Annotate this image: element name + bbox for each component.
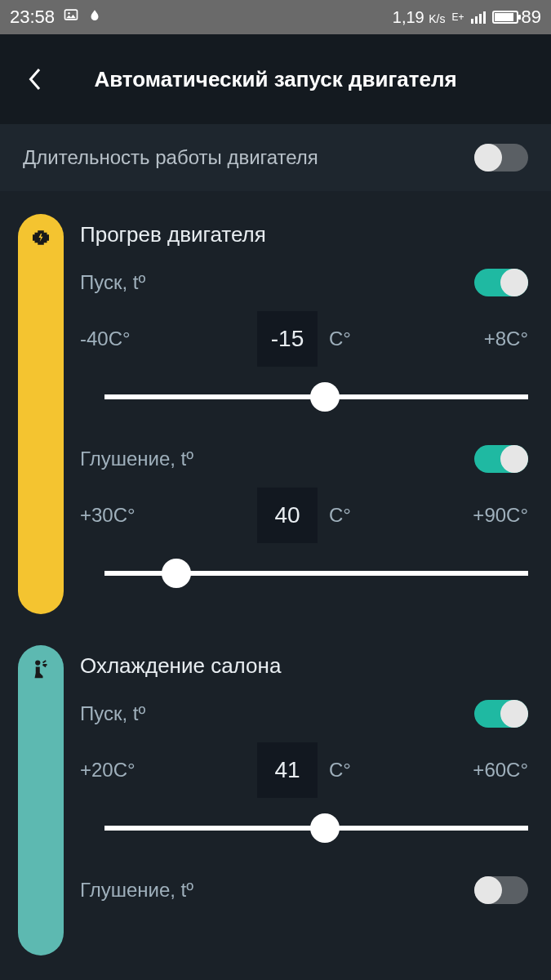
section-warmup: Прогрев двигателя Пуск, tº -40C° -15 C° … xyxy=(0,206,551,622)
cooling-start-slider[interactable] xyxy=(104,809,528,847)
network-speed: 1,19 K/s xyxy=(393,8,446,27)
slider-thumb xyxy=(162,559,191,588)
warmup-stop-value: 40 xyxy=(257,488,318,543)
status-right: 1,19 K/s E+ 89 xyxy=(393,7,541,28)
engine-duration-row: Длительность работы двигателя xyxy=(0,124,551,191)
signal-icon xyxy=(471,11,486,24)
image-icon xyxy=(63,7,79,28)
slider-thumb xyxy=(310,382,340,412)
warmup-start-unit: C° xyxy=(329,327,351,350)
seat-cool-icon xyxy=(29,657,53,956)
warmup-stop-toggle[interactable] xyxy=(474,445,528,473)
battery-icon xyxy=(492,11,518,24)
warmup-stop-max: +90C° xyxy=(460,504,528,527)
cooling-stop-row: Глушение, tº xyxy=(80,868,528,924)
warmup-start-value: -15 xyxy=(257,311,318,367)
cooling-stop-label: Глушение, tº xyxy=(80,879,193,902)
warmup-start-min: -40C° xyxy=(80,327,149,350)
engine-duration-label: Длительность работы двигателя xyxy=(23,146,318,169)
app-header: Автоматический запуск двигателя xyxy=(0,34,551,124)
cooling-start-min: +20C° xyxy=(80,759,149,782)
battery-indicator: 89 xyxy=(492,7,541,28)
warmup-start-slider[interactable] xyxy=(104,378,528,416)
warmup-start-toggle[interactable] xyxy=(474,269,528,296)
warmup-start-row: Пуск, tº -40C° -15 C° +8C° xyxy=(80,261,528,437)
cooling-title: Охлаждение салона xyxy=(80,645,528,692)
warmup-stop-label: Глушение, tº xyxy=(80,448,193,470)
warmup-pill xyxy=(18,214,64,614)
network-type-icon: E+ xyxy=(452,13,464,21)
cooling-stop-toggle[interactable] xyxy=(474,876,528,904)
engine-duration-toggle[interactable] xyxy=(474,144,528,172)
cooling-start-label: Пуск, tº xyxy=(80,702,145,725)
slider-thumb xyxy=(310,813,340,843)
page-title: Автоматический запуск двигателя xyxy=(51,67,533,92)
svg-point-2 xyxy=(35,660,40,665)
svg-point-1 xyxy=(68,12,70,14)
engine-icon xyxy=(29,225,53,614)
status-left: 23:58 xyxy=(10,7,102,28)
droplet-icon xyxy=(87,7,102,28)
warmup-stop-slider[interactable] xyxy=(104,555,528,592)
cooling-start-max: +60C° xyxy=(460,759,528,782)
warmup-title: Прогрев двигателя xyxy=(80,214,528,261)
cooling-start-unit: C° xyxy=(329,759,351,782)
cooling-pill xyxy=(18,645,64,956)
cooling-start-value: 41 xyxy=(257,742,318,798)
warmup-stop-row: Глушение, tº +30C° 40 C° +90C° xyxy=(80,437,528,613)
cooling-start-toggle[interactable] xyxy=(474,700,528,728)
status-time: 23:58 xyxy=(10,7,55,28)
status-bar: 23:58 1,19 K/s E+ 89 xyxy=(0,0,551,34)
warmup-start-max: +8C° xyxy=(460,327,528,350)
warmup-stop-min: +30C° xyxy=(80,504,149,527)
back-button[interactable] xyxy=(18,63,51,96)
cooling-start-row: Пуск, tº +20C° 41 C° +60C° xyxy=(80,692,528,868)
section-cooling: Охлаждение салона Пуск, tº +20C° 41 C° +… xyxy=(0,637,551,964)
warmup-start-label: Пуск, tº xyxy=(80,271,145,294)
battery-percent: 89 xyxy=(522,7,541,28)
warmup-stop-unit: C° xyxy=(329,504,351,527)
